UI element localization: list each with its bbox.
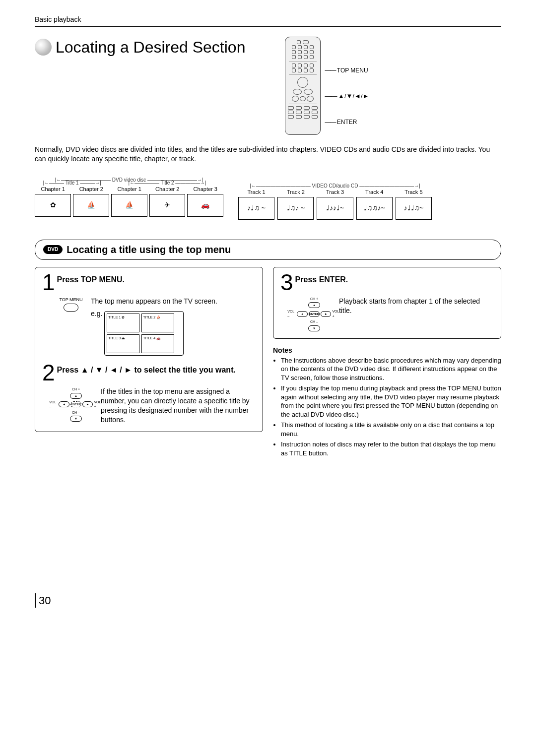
callout-arrows: ▲/▼/◄/► <box>325 92 369 101</box>
cd-structure-diagram: |←——————————— VIDEO CD/audio CD ————————… <box>238 185 432 220</box>
step-title: Press ENTER. <box>295 274 348 285</box>
bullet-icon <box>35 39 52 56</box>
note-item: If you display the top menu during playb… <box>281 384 501 419</box>
top-menu-button-icon: TOP MENU <box>56 297 86 356</box>
callout-top-menu: TOP MENU <box>325 66 369 74</box>
step-title: Press ▲ / ▼ / ◄ / ► to select the title … <box>57 365 236 376</box>
step-number: 1 <box>42 272 55 293</box>
note-item: The instructions above describe basic pr… <box>281 356 501 382</box>
note-item: This method of locating a title is avail… <box>281 421 501 438</box>
step-desc: Playback starts from chapter 1 of the se… <box>339 297 494 331</box>
callout-enter: ENTER <box>325 118 369 126</box>
notes-heading: Notes <box>273 346 501 355</box>
step-desc: If the titles in the top menu are assign… <box>101 387 256 425</box>
remote-callouts: TOP MENU ▲/▼/◄/► ENTER <box>321 37 369 135</box>
nav-cross-icon: CH + ▲ VOL – ◄ ENTER ► VOL + CH – ▼ <box>294 297 334 331</box>
subheading: DVD Locating a title using the top menu <box>35 240 501 260</box>
dvd-structure-diagram: |←—————————— DVD video disc ——————————→|… <box>35 179 223 217</box>
step-3: 3 Press ENTER. CH + ▲ VOL – ◄ ENTER ► VO… <box>273 267 501 339</box>
page-number: 30 <box>35 593 501 608</box>
tv-screen-example: TITLE 1 ✿ TITLE 2 ⛵ TITLE 3 ⛰ TITLE 4 🚗 <box>104 311 184 356</box>
section-label: Basic playback <box>35 15 501 24</box>
nav-cross-icon: CH + ▲ VOL – ◄ ENTER ► VOL + CH – ▼ <box>56 387 96 425</box>
page-title: Locating a Desired Section <box>56 37 245 58</box>
step-number: 2 <box>42 363 55 383</box>
step-title: Press TOP MENU. <box>57 274 125 285</box>
dvd-pill: DVD <box>43 245 63 254</box>
divider <box>35 26 501 27</box>
notes-list: The instructions above describe basic pr… <box>273 356 501 458</box>
step-1: 1 Press TOP MENU. TOP MENU The top menu … <box>35 267 263 432</box>
remote-illustration <box>285 37 321 135</box>
step-number: 3 <box>280 272 293 293</box>
step-desc: The top menu appears on the TV screen. <box>91 297 217 306</box>
note-item: Instruction notes of discs may refer to … <box>281 440 501 457</box>
intro-text: Normally, DVD video discs are divided in… <box>35 145 501 164</box>
